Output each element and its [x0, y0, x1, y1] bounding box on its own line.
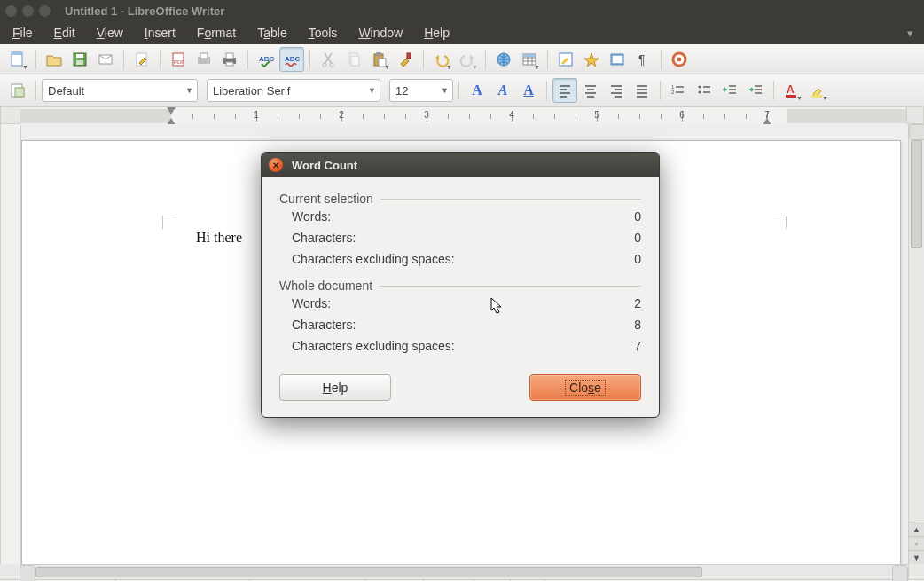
navigator-button[interactable]: [579, 47, 604, 72]
help-button[interactable]: [667, 47, 692, 72]
window-close-button[interactable]: [5, 5, 17, 17]
scroll-left-button[interactable]: [20, 565, 35, 581]
table-button[interactable]: ▼: [517, 47, 542, 72]
print-button[interactable]: [217, 47, 242, 72]
svg-text:ABC: ABC: [259, 55, 274, 63]
print-preview-button[interactable]: [192, 47, 216, 72]
svg-rect-10: [200, 53, 208, 59]
menu-view[interactable]: View: [88, 23, 132, 43]
horizontal-scrollbar[interactable]: [20, 564, 908, 579]
svg-point-33: [677, 58, 682, 62]
edit-file-button[interactable]: [129, 47, 154, 72]
window-titlebar: Untitled 1 - LibreOffice Writer: [0, 0, 924, 21]
autospellcheck-button[interactable]: ABC: [279, 47, 304, 72]
bullet-list-button[interactable]: [692, 78, 716, 103]
format-paintbrush-button[interactable]: [393, 47, 418, 72]
menu-window[interactable]: Window: [349, 23, 411, 43]
show-draw-functions-button[interactable]: [553, 47, 578, 72]
toolbar-standard: ▼ PDF ABC ABC ▼ ▼ ▼ ▼ ¶: [0, 44, 924, 75]
cut-button[interactable]: [316, 47, 341, 72]
horizontal-ruler-area: 1234567: [0, 106, 924, 124]
align-left-button[interactable]: [552, 78, 577, 103]
row-sel-words: Words: 0: [279, 206, 641, 227]
label: Characters excluding spaces:: [292, 252, 455, 266]
menu-format[interactable]: Format: [188, 23, 245, 43]
paragraph-style-combo[interactable]: Default ▼: [42, 79, 198, 102]
menu-table[interactable]: Table: [248, 23, 295, 43]
nonprinting-chars-button[interactable]: ¶: [630, 47, 655, 72]
next-page-button[interactable]: ▼: [909, 550, 924, 564]
label: Characters:: [292, 318, 356, 332]
new-button[interactable]: ▼: [5, 47, 30, 72]
chevron-down-icon: ▼: [185, 86, 193, 95]
value: 7: [634, 339, 641, 353]
window-maximize-button[interactable]: [39, 5, 51, 17]
underline-button[interactable]: A: [516, 78, 541, 103]
font-name-combo[interactable]: Liberation Serif ▼: [207, 79, 380, 102]
spellcheck-button[interactable]: ABC: [254, 47, 278, 72]
font-size-combo[interactable]: 12 ▼: [389, 79, 453, 102]
decrease-indent-button[interactable]: [717, 78, 742, 103]
menubar-overflow-icon[interactable]: ▾: [907, 27, 920, 40]
paste-button[interactable]: ▼: [367, 47, 392, 72]
align-right-button[interactable]: [604, 78, 629, 103]
vertical-scrollbar[interactable]: ▲ ◦ ▼: [908, 124, 924, 564]
svg-text:ABC: ABC: [285, 55, 300, 63]
styles-button[interactable]: [5, 78, 30, 103]
increase-indent-button[interactable]: [743, 78, 768, 103]
copy-button[interactable]: [341, 47, 366, 72]
numbered-list-button[interactable]: 12: [666, 78, 691, 103]
word-count-dialog: ✕ Word Count Current selection Words: 0 …: [261, 152, 660, 418]
ruler-label: 1: [254, 110, 259, 120]
paragraph-style-value: Default: [48, 84, 84, 98]
highlight-button[interactable]: ▼: [805, 78, 830, 103]
dialog-title: Word Count: [292, 159, 357, 172]
row-sel-chars-ns: Characters excluding spaces: 0: [279, 248, 641, 270]
open-button[interactable]: [42, 47, 67, 72]
svg-rect-19: [351, 56, 359, 66]
undo-button[interactable]: ▼: [429, 47, 454, 72]
export-pdf-button[interactable]: PDF: [166, 47, 191, 72]
label: Words:: [292, 296, 331, 310]
svg-point-38: [699, 86, 701, 89]
redo-button[interactable]: ▼: [455, 47, 480, 72]
menubar: File Edit View Insert Format Table Tools…: [0, 21, 924, 44]
scroll-up-button[interactable]: [909, 124, 924, 140]
dialog-close-icon[interactable]: ✕: [269, 158, 283, 172]
vertical-ruler[interactable]: [0, 124, 21, 564]
svg-text:2: 2: [671, 90, 675, 95]
svg-rect-41: [786, 95, 796, 98]
svg-rect-1: [12, 52, 22, 55]
svg-rect-30: [613, 56, 622, 63]
window-minimize-button[interactable]: [22, 5, 34, 17]
dialog-titlebar[interactable]: ✕ Word Count: [262, 153, 659, 177]
close-button[interactable]: Close: [529, 374, 641, 401]
align-center-button[interactable]: [578, 78, 603, 103]
row-doc-words: Words: 2: [279, 293, 641, 314]
bold-button[interactable]: A: [465, 78, 489, 103]
menu-insert[interactable]: Insert: [136, 23, 184, 43]
save-button[interactable]: [67, 47, 92, 72]
navigation-button[interactable]: ◦: [909, 536, 924, 550]
scroll-thumb[interactable]: [911, 140, 922, 248]
menu-tools[interactable]: Tools: [300, 23, 347, 43]
font-color-button[interactable]: A▼: [779, 78, 804, 103]
label: Characters excluding spaces:: [292, 339, 455, 353]
value: 8: [634, 318, 641, 332]
gallery-button[interactable]: [605, 47, 630, 72]
hyperlink-button[interactable]: [491, 47, 516, 72]
menu-file[interactable]: File: [4, 23, 42, 43]
align-justify-button[interactable]: [630, 78, 654, 103]
document-text[interactable]: Hi there: [196, 230, 242, 246]
svg-rect-23: [407, 53, 411, 59]
menu-help[interactable]: Help: [415, 23, 458, 43]
help-button[interactable]: Help: [279, 374, 391, 401]
scroll-thumb[interactable]: [35, 567, 702, 577]
scroll-right-button[interactable]: [892, 565, 908, 581]
prev-page-button[interactable]: ▲: [909, 522, 924, 536]
menu-edit[interactable]: Edit: [45, 23, 84, 43]
italic-button[interactable]: A: [490, 78, 515, 103]
horizontal-ruler[interactable]: 1234567: [20, 106, 906, 126]
email-button[interactable]: [93, 47, 118, 72]
svg-rect-35: [15, 88, 24, 97]
